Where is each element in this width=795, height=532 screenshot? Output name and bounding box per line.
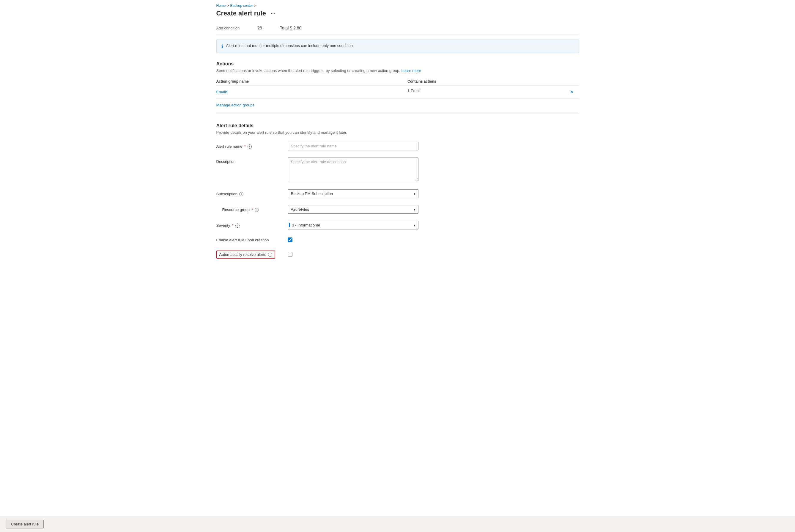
info-icon: ℹ <box>222 44 223 49</box>
subscription-select-wrapper: Backup PM Subscription ▾ <box>288 189 418 198</box>
auto-resolve-checkbox[interactable] <box>288 252 292 257</box>
resource-group-info-icon: i <box>255 208 259 212</box>
col-contains-actions: Contains actions <box>408 78 579 86</box>
add-condition-label: Add condition <box>216 26 240 30</box>
severity-label: Severity <box>216 223 230 228</box>
description-input[interactable] <box>288 157 418 181</box>
severity-select-wrapper: 0 - Critical 1 - Error 2 - Warning 3 - I… <box>288 221 418 229</box>
resource-group-select-wrapper: AzureFiles ▾ <box>288 205 418 214</box>
footer-bar: Create alert rule <box>0 516 795 532</box>
auto-resolve-info-icon: i <box>268 253 272 257</box>
resource-group-label: Resource group <box>222 207 250 212</box>
resource-group-select[interactable]: AzureFiles <box>288 205 418 214</box>
table-row: EmailS 1 Email ✕ <box>216 86 579 99</box>
subscription-label: Subscription <box>216 192 238 196</box>
learn-more-link[interactable]: Learn more <box>401 68 421 73</box>
remove-action-button[interactable]: ✕ <box>568 89 575 95</box>
page-title: Create alert rule <box>216 10 266 17</box>
rule-name-label: Alert rule name <box>216 144 243 149</box>
col-action-group-name: Action group name <box>216 78 408 86</box>
manage-action-groups-link[interactable]: Manage action groups <box>216 103 255 107</box>
contains-actions-value: 1 Email <box>408 89 420 93</box>
breadcrumb: Home > Backup center > <box>216 0 579 10</box>
severity-select[interactable]: 0 - Critical 1 - Error 2 - Warning 3 - I… <box>288 221 418 229</box>
actions-description: Send notifications or invoke actions whe… <box>216 68 579 73</box>
enable-alert-label: Enable alert rule upon creation <box>216 238 269 242</box>
resource-group-required: * <box>251 207 253 212</box>
ellipsis-button[interactable]: ··· <box>269 10 277 17</box>
auto-resolve-label: Automatically resolve alerts i <box>216 250 275 259</box>
summary-count: 28 <box>258 25 262 30</box>
summary-bar: Add condition 28 Total $ 2.80 <box>216 23 579 35</box>
description-label: Description <box>216 159 236 164</box>
breadcrumb-backup-center[interactable]: Backup center <box>230 4 253 8</box>
rule-name-info-icon: i <box>248 145 252 149</box>
subscription-select[interactable]: Backup PM Subscription <box>288 189 418 198</box>
actions-table: Action group name Contains actions Email… <box>216 78 579 99</box>
enable-alert-checkbox[interactable] <box>288 238 292 242</box>
details-description: Provide details on your alert rule so th… <box>216 130 579 135</box>
action-group-name-link[interactable]: EmailS <box>216 90 229 94</box>
summary-total: Total $ 2.80 <box>280 25 301 30</box>
info-banner-text: Alert rules that monitor multiple dimens… <box>226 43 354 48</box>
severity-required: * <box>232 223 233 228</box>
actions-heading: Actions <box>216 61 579 66</box>
subscription-info-icon: i <box>239 192 243 196</box>
severity-info-icon: i <box>235 224 240 228</box>
severity-color-bar <box>289 223 290 227</box>
actions-section: Actions Send notifications or invoke act… <box>216 61 579 107</box>
breadcrumb-sep1: > <box>227 4 229 8</box>
details-heading: Alert rule details <box>216 123 579 128</box>
breadcrumb-sep2: > <box>254 4 256 8</box>
rule-name-input[interactable] <box>288 142 418 150</box>
info-banner: ℹ Alert rules that monitor multiple dime… <box>216 40 579 53</box>
breadcrumb-home[interactable]: Home <box>216 4 226 8</box>
rule-name-required: * <box>244 144 246 149</box>
alert-rule-details-section: Alert rule details Provide details on yo… <box>216 123 579 262</box>
create-alert-rule-button[interactable]: Create alert rule <box>6 520 44 528</box>
